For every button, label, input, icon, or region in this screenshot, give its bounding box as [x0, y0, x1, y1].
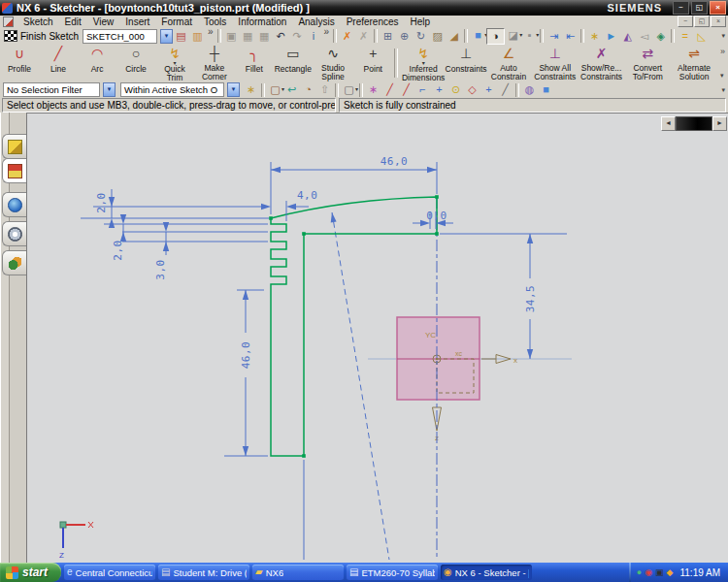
task-student-drive[interactable]: ▤Student M: Drive (Co...	[158, 565, 249, 580]
tray-update-icon[interactable]: ◆	[667, 564, 674, 581]
toolbar-overflow-icon[interactable]: »	[324, 27, 330, 37]
toolbar-overflow-icon[interactable]: »	[720, 47, 725, 56]
measure-angle-icon[interactable]: ◺	[693, 29, 710, 44]
toolbar-overflow-icon[interactable]: »	[208, 27, 214, 37]
history-tab[interactable]	[2, 221, 26, 246]
lasso-icon[interactable]: ▢▾	[341, 82, 357, 97]
orient-view-front-icon[interactable]: ⇥	[546, 29, 562, 44]
menu-item[interactable]: Help	[405, 16, 437, 27]
pan-icon[interactable]: ▨	[429, 29, 446, 44]
select-all-icon[interactable]: ◔	[300, 82, 316, 97]
redo-icon[interactable]: ↷	[289, 29, 306, 44]
minimize-icon[interactable]: −	[673, 1, 689, 15]
close-icon[interactable]: ×	[710, 1, 726, 15]
datum-csys[interactable]: YC xc x z	[397, 317, 517, 442]
mdi-close-icon[interactable]: ×	[711, 16, 726, 27]
scrollbar-track[interactable]	[676, 116, 712, 131]
studio-spline-button[interactable]: ∿Studio Spline	[313, 45, 353, 81]
save-icon[interactable]: ▣	[223, 29, 240, 44]
toolbar-more-icon[interactable]: ▾	[721, 86, 725, 94]
dim-skirt-height[interactable]: 46,0	[240, 341, 252, 370]
selection-filter-dropdown-icon[interactable]: ▼	[103, 82, 116, 97]
dim-top-width[interactable]: 46,0	[381, 155, 409, 168]
dim-land-top[interactable]: 2,0	[95, 192, 108, 212]
snap-endpoint-icon[interactable]: ╱	[381, 82, 398, 97]
arc-button[interactable]: ◠Arc	[78, 45, 116, 81]
selection-priority-icon[interactable]: ∗	[243, 82, 259, 97]
toolbar-more-icon[interactable]: ▾	[721, 32, 725, 40]
tray-antivirus-icon[interactable]: ◉	[645, 564, 652, 581]
alternate-solution-button[interactable]: ⇌Alternate Solution	[671, 45, 717, 81]
zoom-in-icon[interactable]: ⊕	[396, 29, 413, 44]
start-button[interactable]: start	[0, 563, 61, 582]
undo-icon[interactable]: ↶	[273, 29, 289, 44]
menu-item[interactable]: Preferences	[341, 16, 405, 27]
perspective-icon[interactable]: ◢	[446, 29, 462, 44]
snap-control-point-icon[interactable]: ⌐	[414, 82, 431, 97]
render-style-icon[interactable]: ◑	[486, 28, 505, 45]
menu-item[interactable]: Edit	[59, 16, 87, 27]
snap-arc-center-icon[interactable]: ⊙	[447, 82, 464, 97]
display-object-icon[interactable]: ►	[603, 29, 619, 44]
selection-scope-select[interactable]: Within Active Sketch O	[120, 82, 224, 97]
menu-item[interactable]: Tools	[198, 16, 232, 27]
fillet-button[interactable]: ╮Fillet	[235, 45, 274, 81]
inferred-dimensions-button[interactable]: ↯▾Inferred Dimensions	[400, 45, 447, 81]
clock[interactable]: 11:19 AM	[679, 567, 720, 578]
sketch-name-dropdown-icon[interactable]: ▼	[160, 29, 173, 44]
dim-zero[interactable]: 0,0	[426, 210, 447, 222]
quick-trim-button[interactable]: ↯▾Quick Trim	[155, 45, 194, 81]
paste-icon[interactable]: ▦	[256, 29, 273, 44]
selection-filter-select[interactable]: No Selection Filter	[3, 82, 100, 97]
circle-button[interactable]: ○Circle	[116, 45, 155, 81]
snap-point-on-curve-icon[interactable]: ╱	[497, 82, 513, 97]
general-selection-icon[interactable]: ▢▾	[267, 82, 283, 97]
part-navigator-tab[interactable]	[2, 158, 26, 183]
copy-icon[interactable]: ▦	[240, 29, 256, 44]
dim-groove-height[interactable]: 2,0	[112, 240, 124, 260]
tray-app-icon[interactable]: ▣	[655, 564, 664, 581]
graphics-window[interactable]: YC xc x z	[26, 113, 728, 564]
reattach-sketch-icon[interactable]: ▥	[189, 29, 206, 44]
toolbar-more-icon[interactable]: ▾	[720, 72, 725, 80]
restore-icon[interactable]: ◱	[691, 1, 708, 15]
menu-item[interactable]: Analysis	[292, 16, 340, 27]
task-internet-explorer[interactable]: eCentral Connecticut S...	[64, 565, 155, 580]
dim-crown-edge[interactable]: 4,0	[297, 189, 317, 202]
cursor-select-icon[interactable]: ◅	[636, 29, 652, 44]
leader-line[interactable]	[332, 212, 389, 560]
deselect-icon[interactable]: ↩	[283, 82, 300, 97]
task-nx6-folder[interactable]: ▰NX6	[252, 565, 344, 580]
web-browser-tab[interactable]	[2, 192, 26, 217]
scroll-right-icon[interactable]: ►	[712, 116, 727, 131]
suppress-icon[interactable]: ✗	[355, 29, 372, 44]
snap-intersection-icon[interactable]: +	[431, 82, 447, 97]
info-icon[interactable]: i	[306, 29, 322, 44]
sketch-preferences-icon[interactable]: ∗	[586, 29, 603, 44]
selection-scope-dropdown-icon[interactable]: ▼	[227, 82, 240, 97]
measure-distance-icon[interactable]: =	[677, 29, 693, 44]
menu-item[interactable]: Insert	[119, 16, 155, 27]
rectangle-button[interactable]: ▭Rectangle	[274, 45, 313, 81]
tray-antispy-icon[interactable]: ●	[637, 564, 642, 581]
object-display-icon[interactable]: ◈	[652, 29, 669, 44]
menu-item[interactable]: View	[87, 16, 120, 27]
constraints-button[interactable]: ⊥Constraints	[447, 45, 485, 81]
finish-sketch-button[interactable]: Finish Sketch	[20, 31, 79, 42]
open-sketch-icon[interactable]: ▤	[173, 29, 189, 44]
snap-point-icon[interactable]: ∗	[365, 82, 381, 97]
snap-view-icon[interactable]: ◭	[619, 29, 636, 44]
mdi-minimize-icon[interactable]: −	[678, 16, 693, 27]
line-button[interactable]: ╱Line	[39, 45, 78, 81]
snap-existing-point-icon[interactable]: +	[480, 82, 497, 97]
zoom-window-icon[interactable]: ⊞	[380, 29, 396, 44]
roles-tab[interactable]	[2, 250, 26, 275]
background-icon[interactable]: ▪▾	[521, 28, 538, 43]
snap-quadrant-icon[interactable]: ◇	[464, 82, 480, 97]
convert-tofrom-button[interactable]: ⇄Convert To/From	[624, 45, 671, 81]
profile-button[interactable]: ∪Profile	[0, 45, 39, 81]
scroll-left-icon[interactable]: ◄	[661, 116, 676, 131]
mdi-restore-icon[interactable]: ◱	[694, 16, 710, 27]
shaded-view-icon[interactable]: ■▾	[470, 28, 486, 43]
task-nx-sketcher[interactable]: ◉NX 6 - Sketcher - [bo...	[441, 565, 532, 580]
